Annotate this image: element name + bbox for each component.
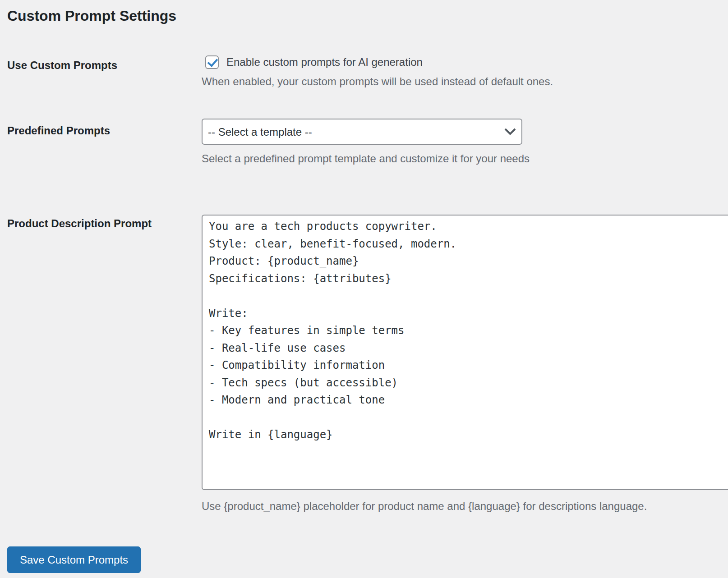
- save-button[interactable]: Save Custom Prompts: [7, 546, 141, 573]
- enable-custom-prompts-checkbox-label[interactable]: Enable custom prompts for AI generation: [226, 56, 423, 69]
- product-description-prompt-label: Product Description Prompt: [7, 215, 202, 230]
- page-title: Custom Prompt Settings: [7, 6, 728, 25]
- predefined-prompts-label: Predefined Prompts: [7, 119, 202, 137]
- settings-page: Custom Prompt Settings Use Custom Prompt…: [0, 6, 728, 573]
- enable-custom-prompts-option[interactable]: Enable custom prompts for AI generation: [202, 55, 728, 69]
- predefined-prompts-description: Select a predefined prompt template and …: [202, 152, 728, 165]
- row-predefined-prompts: Predefined Prompts -- Select a template …: [7, 119, 728, 165]
- product-description-prompt-description: Use {product_name} placeholder for produ…: [202, 500, 728, 513]
- row-use-custom-prompts: Use Custom Prompts Enable custom prompts…: [7, 55, 728, 88]
- product-description-prompt-textarea[interactable]: You are a tech products copywriter. Styl…: [202, 215, 728, 490]
- enable-custom-prompts-checkbox[interactable]: [205, 55, 219, 69]
- template-select[interactable]: -- Select a template --: [202, 119, 522, 145]
- use-custom-prompts-description: When enabled, your custom prompts will b…: [202, 75, 728, 88]
- use-custom-prompts-label: Use Custom Prompts: [7, 55, 202, 72]
- template-select-wrap: -- Select a template --: [202, 119, 522, 145]
- row-product-description-prompt: Product Description Prompt You are a tec…: [7, 215, 728, 513]
